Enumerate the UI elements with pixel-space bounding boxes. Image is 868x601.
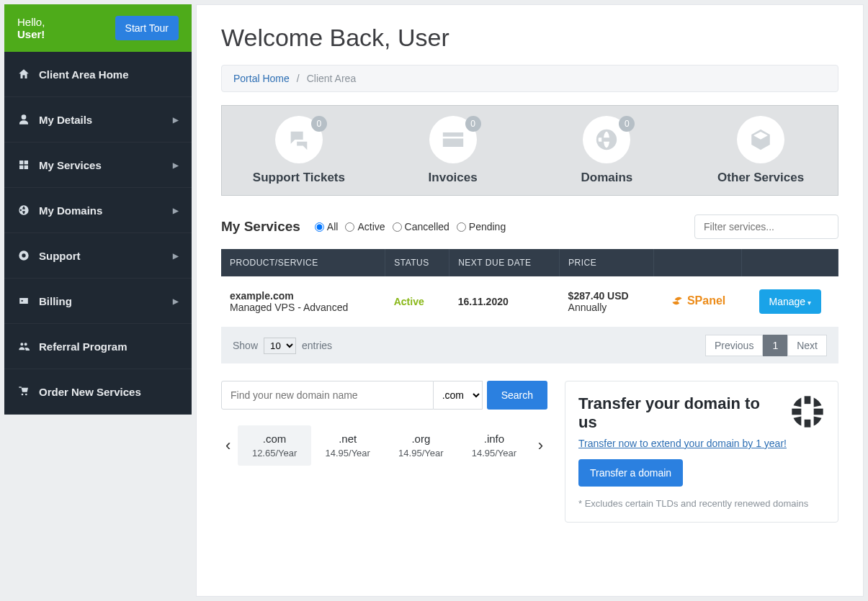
chevron-right-icon: ▶ xyxy=(173,116,179,124)
svg-rect-1 xyxy=(805,420,811,428)
carousel-prev[interactable]: ‹ xyxy=(221,436,235,455)
my-services-heading: My Services xyxy=(221,219,300,235)
service-domain: example.com xyxy=(230,290,377,302)
chevron-right-icon: ▶ xyxy=(173,207,179,214)
entries-select[interactable]: 10 xyxy=(264,338,296,354)
svg-rect-2 xyxy=(792,409,801,415)
carousel-next[interactable]: › xyxy=(534,436,547,455)
nav-referral[interactable]: Referral Program xyxy=(4,324,192,369)
page-title: Welcome Back, User xyxy=(221,24,838,52)
globe-icon xyxy=(789,393,826,430)
service-period: Annually xyxy=(568,302,645,313)
domain-search-button[interactable]: Search xyxy=(487,381,547,410)
user-icon xyxy=(17,113,30,126)
breadcrumb: Portal Home / Client Area xyxy=(221,65,838,92)
stat-badge: 0 xyxy=(465,116,481,132)
home-icon xyxy=(17,68,30,81)
transfer-note: * Excludes certain TLDs and recently ren… xyxy=(578,498,825,509)
globe-icon xyxy=(17,204,30,217)
tld-option[interactable]: .org 14.95/Year xyxy=(385,425,458,466)
nav-my-domains[interactable]: My Domains ▶ xyxy=(4,188,192,233)
stat-other[interactable]: Other Services xyxy=(684,116,838,185)
filter-cancelled[interactable]: Cancelled xyxy=(393,221,449,232)
chevron-right-icon: ▶ xyxy=(173,297,179,305)
grid-icon xyxy=(17,158,30,171)
filter-pending[interactable]: Pending xyxy=(457,221,506,232)
th-action xyxy=(742,249,838,276)
domain-search-input[interactable] xyxy=(221,381,434,410)
box-icon xyxy=(748,127,773,152)
stat-badge: 0 xyxy=(311,116,327,132)
transfer-button[interactable]: Transfer a domain xyxy=(578,459,683,487)
filter-services-input[interactable] xyxy=(694,214,838,239)
service-price: $287.40 USD xyxy=(568,290,645,302)
breadcrumb-home[interactable]: Portal Home xyxy=(233,73,290,84)
greeting-hello: Hello, xyxy=(17,16,45,28)
greeting-box: Hello, User! Start Tour xyxy=(4,4,192,52)
nav-my-details[interactable]: My Details ▶ xyxy=(4,97,192,143)
tld-option[interactable]: .info 14.95/Year xyxy=(457,425,531,466)
chat-icon xyxy=(287,127,311,152)
nav-order-services[interactable]: Order New Services xyxy=(4,369,192,415)
th-product[interactable]: PRODUCT/SERVICE xyxy=(221,249,385,276)
greeting-user: User! xyxy=(17,28,45,40)
spanel-icon xyxy=(670,294,684,308)
filter-active[interactable]: Active xyxy=(345,221,385,232)
cart-icon xyxy=(17,385,30,398)
nav-support[interactable]: Support ▶ xyxy=(4,233,192,279)
service-status: Active xyxy=(394,296,424,307)
spanel-logo[interactable]: SPanel xyxy=(670,294,725,308)
transfer-title: Transfer your domain to us xyxy=(578,394,825,432)
th-price[interactable]: PRICE xyxy=(560,249,654,276)
tld-option[interactable]: .net 14.95/Year xyxy=(311,425,385,466)
svg-rect-3 xyxy=(814,409,823,415)
manage-button[interactable]: Manage xyxy=(759,289,821,314)
card-icon xyxy=(441,127,465,152)
stat-invoices[interactable]: 0 Invoices xyxy=(376,116,530,185)
th-status[interactable]: STATUS xyxy=(385,249,449,276)
service-row: example.com Managed VPS - Advanced Activ… xyxy=(221,276,838,327)
start-tour-button[interactable]: Start Tour xyxy=(115,16,179,40)
stat-badge: 0 xyxy=(619,116,635,132)
service-due: 16.11.2020 xyxy=(458,296,509,307)
service-plan: Managed VPS - Advanced xyxy=(230,302,377,313)
pager-current[interactable]: 1 xyxy=(763,335,787,356)
nav-billing[interactable]: Billing ▶ xyxy=(4,279,192,324)
transfer-sub-link[interactable]: Transfer now to extend your domain by 1 … xyxy=(578,438,787,449)
pager-prev[interactable]: Previous xyxy=(705,335,763,356)
tld-option[interactable]: .com 12.65/Year xyxy=(238,425,311,466)
th-due[interactable]: NEXT DUE DATE xyxy=(449,249,560,276)
transfer-box: Transfer your domain to us Transfer now … xyxy=(565,381,838,523)
filter-all[interactable]: All xyxy=(315,221,339,232)
tld-select[interactable]: .com xyxy=(434,381,483,410)
nav-client-area-home[interactable]: Client Area Home xyxy=(4,52,192,97)
stat-tickets[interactable]: 0 Support Tickets xyxy=(222,116,376,185)
svg-rect-0 xyxy=(805,396,811,404)
stat-domains[interactable]: 0 Domains xyxy=(530,116,684,185)
th-panel xyxy=(653,249,742,276)
chevron-right-icon: ▶ xyxy=(173,252,179,260)
globe-icon xyxy=(594,127,619,152)
breadcrumb-current: Client Area xyxy=(307,73,356,84)
life-ring-icon xyxy=(17,249,30,262)
nav-my-services[interactable]: My Services ▶ xyxy=(4,143,192,188)
chevron-right-icon: ▶ xyxy=(173,161,179,169)
users-icon xyxy=(17,340,30,353)
money-icon xyxy=(17,294,30,307)
pager-next[interactable]: Next xyxy=(787,335,827,356)
